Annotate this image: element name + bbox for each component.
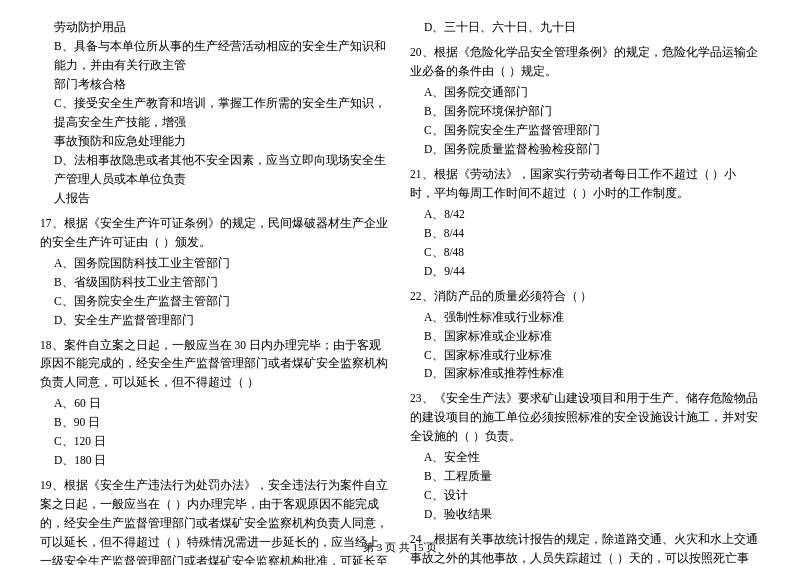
footer-text: 第 3 页 共 15 页 [363,541,437,553]
question-21: 21、根据《劳动法》，国家实行劳动者每日工作不超过（ ）小时，平均每周工作时间不… [410,165,760,281]
q23-option-d: D、验收结果 [410,505,760,524]
question-18: 18、案件自立案之日起，一般应当在 30 日内办理完毕；由于客观原因不能完成的，… [40,336,390,471]
q23-option-c: C、设计 [410,486,760,505]
q17-option-d: D、安全生产监督管理部门 [40,311,390,330]
q22-option-c: C、国家标准或行业标准 [410,346,760,365]
q18-option-c: C、120 日 [40,432,390,451]
q21-text: 21、根据《劳动法》，国家实行劳动者每日工作不超过（ ）小时，平均每周工作时间不… [410,165,760,203]
q20-text: 20、根据《危险化学品安全管理条例》的规定，危险化学品运输企业必备的条件由（ ）… [410,43,760,81]
q21-option-c: C、8/48 [410,243,760,262]
option-d-q16: D、法相事故隐患或者其他不安全因素，应当立即向现场安全生产管理人员或本单位负责 [40,151,390,189]
right-column: D、三十日、六十日、九十日 20、根据《危险化学品安全管理条例》的规定，危险化学… [410,18,760,565]
q22-option-d: D、国家标准或推荐性标准 [410,364,760,383]
content-area: 劳动防护用品 B、具备与本单位所从事的生产经营活动相应的安全生产知识和能力，并由… [40,18,760,565]
q17-option-a: A、国务院国防科技工业主管部门 [40,254,390,273]
q18-option-b: B、90 日 [40,413,390,432]
intro-text-labor: 劳动防护用品 [40,18,390,37]
q23-text: 23、《安全生产法》要求矿山建设项目和用于生产、储存危险物品的建设项目的施工单位… [410,389,760,446]
q22-option-a: A、强制性标准或行业标准 [410,308,760,327]
q19-option-d-cont: D、三十日、六十日、九十日 [410,18,760,37]
q22-text: 22、消防产品的质量必须符合（ ） [410,287,760,306]
q23-option-b: B、工程质量 [410,467,760,486]
option-c-q16-cont: 事故预防和应急处理能力 [40,132,390,151]
question-17: 17、根据《安全生产许可证条例》的规定，民间爆破器材生产企业的安全生产许可证由（… [40,214,390,330]
q20-option-d: D、国务院质量监督检验检疫部门 [410,140,760,159]
q21-option-d: D、9/44 [410,262,760,281]
question-20: 20、根据《危险化学品安全管理条例》的规定，危险化学品运输企业必备的条件由（ ）… [410,43,760,159]
q17-option-b: B、省级国防科技工业主管部门 [40,273,390,292]
question-22: 22、消防产品的质量必须符合（ ） A、强制性标准或行业标准 B、国家标准或企业… [410,287,760,384]
question-23: 23、《安全生产法》要求矿山建设项目和用于生产、储存危险物品的建设项目的施工单位… [410,389,760,524]
q18-option-a: A、60 日 [40,394,390,413]
option-c-q16: C、接受安全生产教育和培训，掌握工作所需的安全生产知识，提高安全生产技能，增强 [40,94,390,132]
q21-option-b: B、8/44 [410,224,760,243]
q17-option-c: C、国务院安全生产监督主管部门 [40,292,390,311]
q21-option-a: A、8/42 [410,205,760,224]
page-footer: 第 3 页 共 15 页 [0,540,800,555]
left-column: 劳动防护用品 B、具备与本单位所从事的生产经营活动相应的安全生产知识和能力，并由… [40,18,390,565]
q18-option-d: D、180 日 [40,451,390,470]
intro-options: 劳动防护用品 B、具备与本单位所从事的生产经营活动相应的安全生产知识和能力，并由… [40,18,390,208]
option-d-q16-cont: 人报告 [40,189,390,208]
page: 劳动防护用品 B、具备与本单位所从事的生产经营活动相应的安全生产知识和能力，并由… [0,0,800,565]
q22-option-b: B、国家标准或企业标准 [410,327,760,346]
q20-option-b: B、国务院环境保护部门 [410,102,760,121]
q20-option-a: A、国务院交通部门 [410,83,760,102]
q23-option-a: A、安全性 [410,448,760,467]
option-b-q16-cont: 部门考核合格 [40,75,390,94]
q18-text: 18、案件自立案之日起，一般应当在 30 日内办理完毕；由于客观原因不能完成的，… [40,336,390,393]
option-b-q16: B、具备与本单位所从事的生产经营活动相应的安全生产知识和能力，并由有关行政主管 [40,37,390,75]
q17-text: 17、根据《安全生产许可证条例》的规定，民间爆破器材生产企业的安全生产许可证由（… [40,214,390,252]
q19-option-d: D、三十日、六十日、九十日 [410,18,760,37]
q20-option-c: C、国务院安全生产监督管理部门 [410,121,760,140]
